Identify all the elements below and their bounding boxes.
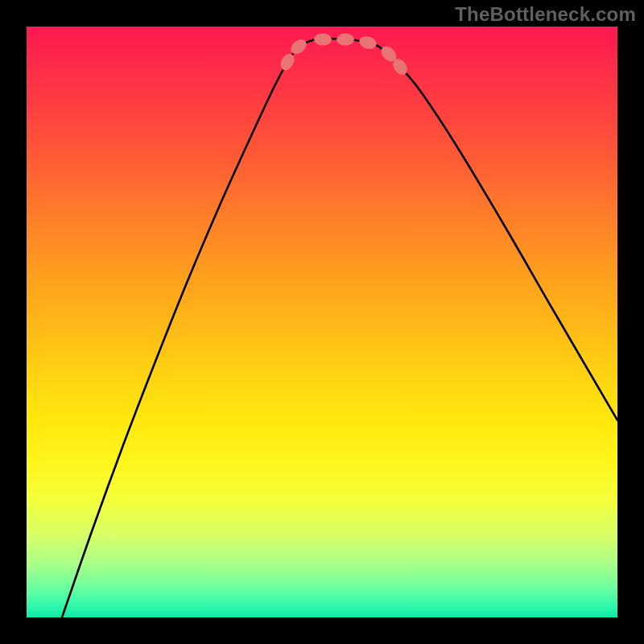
curve-marker bbox=[288, 36, 309, 57]
curve-marker bbox=[278, 52, 297, 73]
curve-markers bbox=[278, 34, 410, 78]
chart-frame: TheBottleneck.com bbox=[0, 0, 644, 644]
plot-area bbox=[27, 27, 617, 617]
curve-marker bbox=[357, 35, 378, 51]
curve-marker bbox=[336, 34, 354, 46]
watermark-text: TheBottleneck.com bbox=[455, 3, 636, 26]
bottleneck-curve-path bbox=[62, 39, 617, 617]
bottleneck-curve-svg bbox=[27, 27, 617, 617]
curve-marker bbox=[314, 34, 332, 46]
